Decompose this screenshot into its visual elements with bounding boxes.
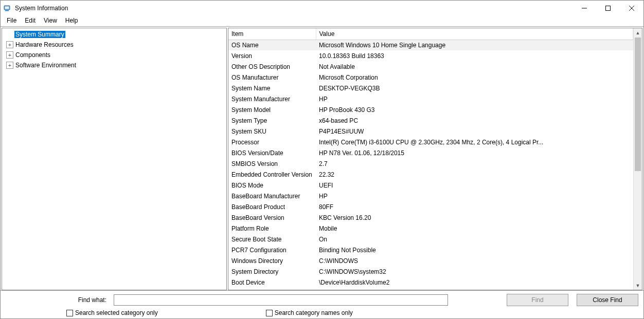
cell-value: C:\WINDOWS\system32: [316, 266, 633, 277]
table-row[interactable]: System ModelHP ProBook 430 G3: [228, 104, 633, 115]
cell-value: HP N78 Ver. 01.06, 12/18/2015: [316, 147, 633, 158]
table-row[interactable]: BaseBoard Product80FF: [228, 201, 633, 212]
cell-item: Boot Device: [228, 277, 316, 288]
table-row[interactable]: Version10.0.18363 Build 18363: [228, 50, 633, 61]
tree-expand-icon[interactable]: +: [6, 51, 13, 59]
table-row[interactable]: System Typex64-based PC: [228, 115, 633, 126]
find-what-label: Find what:: [6, 296, 109, 304]
close-button[interactable]: [620, 1, 643, 16]
details-table: Item Value OS NameMicrosoft Windows 10 H…: [228, 28, 633, 288]
table-row[interactable]: Windows DirectoryC:\WINDOWS: [228, 255, 633, 266]
category-tree[interactable]: System Summary + Hardware Resources + Co…: [2, 28, 227, 290]
table-row[interactable]: OS NameMicrosoft Windows 10 Home Single …: [228, 40, 633, 50]
cell-value: Binding Not Possible: [316, 245, 633, 255]
maximize-button[interactable]: [596, 1, 620, 16]
table-row[interactable]: Platform RoleMobile: [228, 223, 633, 234]
column-header-value[interactable]: Value: [316, 28, 633, 40]
tree-item-hardware-resources[interactable]: + Hardware Resources: [4, 40, 226, 50]
tree-expand-blank: [6, 31, 13, 38]
cell-item: System Model: [228, 104, 316, 115]
cell-value: C:\WINDOWS: [316, 255, 633, 266]
cell-item: System Name: [228, 83, 316, 93]
details-table-wrap: Item Value OS NameMicrosoft Windows 10 H…: [228, 28, 633, 290]
table-row[interactable]: BaseBoard ManufacturerHP: [228, 191, 633, 201]
cell-value: HP: [316, 191, 633, 201]
details-pane: Item Value OS NameMicrosoft Windows 10 H…: [228, 28, 642, 290]
table-row[interactable]: System DirectoryC:\WINDOWS\system32: [228, 266, 633, 277]
window-title: System Information: [15, 5, 68, 12]
table-row[interactable]: SMBIOS Version2.7: [228, 158, 633, 169]
table-row[interactable]: BIOS ModeUEFI: [228, 180, 633, 191]
cell-item: Platform Role: [228, 223, 316, 234]
cell-value: HP ProBook 430 G3: [316, 104, 633, 115]
vertical-scrollbar[interactable]: ▲ ▼: [633, 28, 642, 290]
cell-item: System Directory: [228, 266, 316, 277]
cell-item: OS Manufacturer: [228, 72, 316, 83]
scroll-thumb[interactable]: [635, 37, 641, 171]
menu-view[interactable]: View: [40, 16, 61, 25]
cell-value: Mobile: [316, 223, 633, 234]
table-row[interactable]: Boot Device\Device\HarddiskVolume2: [228, 277, 633, 288]
tree-expand-icon[interactable]: +: [6, 41, 13, 48]
cell-item: Version: [228, 50, 316, 61]
menu-edit[interactable]: Edit: [21, 16, 40, 25]
cell-value: \Device\HarddiskVolume2: [316, 277, 633, 288]
checkbox-box: [66, 310, 73, 316]
cell-value: P4P14ES#UUW: [316, 126, 633, 137]
svg-rect-2: [5, 7, 9, 9]
scroll-down-arrow[interactable]: ▼: [634, 281, 642, 290]
cell-value: x64-based PC: [316, 115, 633, 126]
cell-item: OS Name: [228, 40, 316, 50]
tree-label: Hardware Resources: [14, 41, 74, 48]
table-row[interactable]: Secure Boot StateOn: [228, 234, 633, 245]
cell-value: Microsoft Windows 10 Home Single Languag…: [316, 40, 633, 50]
table-row[interactable]: BIOS Version/DateHP N78 Ver. 01.06, 12/1…: [228, 147, 633, 158]
table-row[interactable]: ProcessorIntel(R) Core(TM) i3-6100U CPU …: [228, 137, 633, 147]
find-button[interactable]: Find: [507, 294, 568, 306]
tree-label: Software Environment: [14, 62, 76, 69]
main-content: System Summary + Hardware Resources + Co…: [1, 26, 643, 290]
cell-value: 80FF: [316, 201, 633, 212]
search-selected-category-checkbox[interactable]: Search selected category only: [66, 309, 158, 316]
svg-rect-1: [5, 10, 9, 11]
tree-item-system-summary[interactable]: System Summary: [4, 29, 226, 40]
cell-item: BaseBoard Manufacturer: [228, 191, 316, 201]
cell-item: Secure Boot State: [228, 234, 316, 245]
cell-item: BIOS Mode: [228, 180, 316, 191]
cell-item: Processor: [228, 137, 316, 147]
cell-item: BaseBoard Product: [228, 201, 316, 212]
cell-value: UEFI: [316, 180, 633, 191]
search-category-names-checkbox[interactable]: Search category names only: [266, 309, 353, 316]
close-find-button[interactable]: Close Find: [577, 294, 638, 306]
cell-value: DESKTOP-VEGKQ3B: [316, 83, 633, 93]
tree-label: System Summary: [14, 31, 65, 38]
menu-bar: File Edit View Help: [1, 16, 643, 26]
table-row[interactable]: Other OS Description Not Available: [228, 61, 633, 72]
table-row[interactable]: BaseBoard VersionKBC Version 16.20: [228, 212, 633, 223]
cell-value: HP: [316, 93, 633, 104]
tree-item-components[interactable]: + Components: [4, 50, 226, 60]
table-row[interactable]: System NameDESKTOP-VEGKQ3B: [228, 83, 633, 93]
tree-item-software-environment[interactable]: + Software Environment: [4, 60, 226, 70]
cell-item: BaseBoard Version: [228, 212, 316, 223]
cell-value: On: [316, 234, 633, 245]
scroll-up-arrow[interactable]: ▲: [634, 28, 642, 37]
cell-item: Windows Directory: [228, 255, 316, 266]
cell-value: 10.0.18363 Build 18363: [316, 50, 633, 61]
column-header-item[interactable]: Item: [228, 28, 316, 40]
minimize-button[interactable]: [573, 1, 596, 16]
table-row[interactable]: Embedded Controller Version22.32: [228, 169, 633, 180]
table-row[interactable]: System SKUP4P14ES#UUW: [228, 126, 633, 137]
table-row[interactable]: OS ManufacturerMicrosoft Corporation: [228, 72, 633, 83]
menu-file[interactable]: File: [3, 16, 21, 25]
table-row[interactable]: System ManufacturerHP: [228, 93, 633, 104]
cell-value: Microsoft Corporation: [316, 72, 633, 83]
app-icon: [4, 4, 12, 12]
find-what-input[interactable]: [114, 294, 448, 306]
tree-expand-icon[interactable]: +: [6, 62, 13, 69]
menu-help[interactable]: Help: [61, 16, 82, 25]
cell-value: 22.32: [316, 169, 633, 180]
cell-item: BIOS Version/Date: [228, 147, 316, 158]
table-row[interactable]: PCR7 ConfigurationBinding Not Possible: [228, 245, 633, 255]
cell-item: SMBIOS Version: [228, 158, 316, 169]
